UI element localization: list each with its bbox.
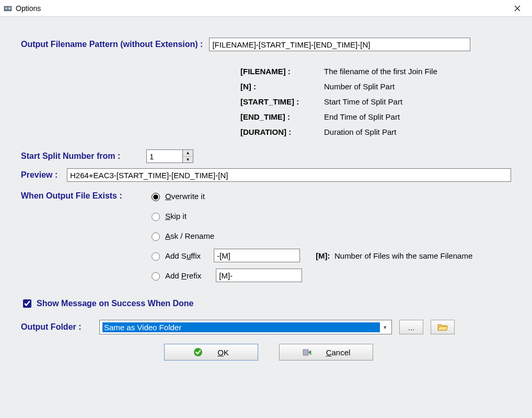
close-button[interactable]	[506, 1, 529, 16]
svg-point-1	[5, 7, 7, 9]
add-prefix-radio[interactable]	[152, 272, 160, 281]
token-desc: The filename of the first Join File	[324, 67, 437, 76]
chevron-down-icon[interactable]: ▾	[380, 324, 390, 331]
cancel-button[interactable]: Cancel	[279, 344, 373, 361]
skip-label[interactable]: Skip it	[165, 212, 187, 220]
ask-radio[interactable]	[152, 233, 160, 241]
token-desc: Start Time of Split Part	[324, 97, 402, 106]
ask-label[interactable]: Ask / Rename	[165, 231, 214, 240]
start-number-spinner[interactable]: ▲ ▼	[146, 149, 193, 163]
output-folder-value: Same as Video Folder	[102, 322, 380, 332]
ok-button[interactable]: OK	[164, 344, 258, 361]
token-key: [START_TIME] :	[240, 97, 324, 106]
svg-rect-4	[303, 350, 308, 355]
start-number-label: Start Split Number from :	[21, 152, 146, 161]
skip-radio[interactable]	[152, 213, 160, 221]
token-desc: End Time of Split Part	[324, 112, 400, 121]
ok-label: OK	[217, 348, 229, 357]
pattern-input[interactable]	[209, 38, 470, 51]
add-suffix-label[interactable]: Add Suffix	[165, 251, 201, 260]
preview-input[interactable]	[67, 168, 511, 182]
suffix-input[interactable]	[214, 249, 300, 262]
token-key: [END_TIME] :	[240, 112, 324, 121]
cancel-icon	[302, 347, 311, 357]
token-desc: Duration of Split Part	[324, 127, 396, 136]
pattern-label: Output Filename Pattern (without Extensi…	[21, 40, 203, 49]
browse-button[interactable]: ...	[399, 320, 423, 334]
show-message-checkbox[interactable]	[23, 299, 31, 308]
m-legend: [M]: Number of Files wih the same Filena…	[316, 251, 472, 260]
spinner-down-icon[interactable]: ▼	[183, 157, 193, 163]
folder-icon	[437, 323, 448, 331]
token-key: [DURATION] :	[240, 127, 324, 136]
cancel-label: Cancel	[326, 348, 351, 357]
app-icon	[3, 4, 13, 13]
token-legend: [FILENAME] :The filename of the first Jo…	[240, 67, 516, 136]
svg-rect-2	[8, 7, 10, 9]
check-icon	[193, 347, 203, 357]
prefix-input[interactable]	[216, 269, 302, 282]
output-folder-combo[interactable]: Same as Video Folder ▾	[99, 320, 392, 334]
show-message-label[interactable]: Show Message on Success When Done	[37, 299, 194, 308]
overwrite-label[interactable]: Overwrite it	[165, 192, 205, 201]
add-prefix-label[interactable]: Add Prefix	[165, 271, 201, 280]
window-title: Options	[16, 4, 506, 13]
spinner-up-icon[interactable]: ▲	[183, 150, 193, 157]
token-key: [FILENAME] :	[240, 67, 324, 76]
overwrite-radio[interactable]	[152, 193, 160, 201]
add-suffix-radio[interactable]	[152, 252, 160, 261]
title-bar: Options	[0, 0, 532, 17]
preview-label: Preview :	[21, 170, 67, 180]
exists-label: When Output File Exists :	[21, 191, 149, 201]
open-folder-button[interactable]	[431, 320, 455, 334]
token-desc: Number of Split Part	[324, 82, 395, 91]
start-number-input[interactable]	[146, 149, 183, 163]
output-folder-label: Output Folder :	[21, 322, 99, 332]
ellipsis-icon: ...	[408, 323, 415, 332]
token-key: [N] :	[240, 82, 324, 91]
